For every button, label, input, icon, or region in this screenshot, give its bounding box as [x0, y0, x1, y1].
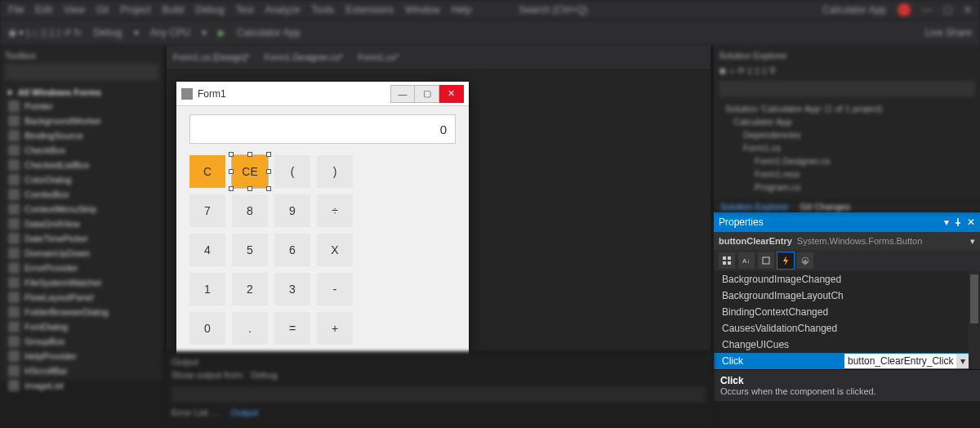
- toolbox-item[interactable]: CheckBox: [5, 143, 158, 158]
- menu-view[interactable]: View: [64, 4, 85, 16]
- form-close-button[interactable]: ✕: [439, 85, 464, 103]
- calc-btn-divide[interactable]: ÷: [317, 194, 353, 227]
- properties-icon[interactable]: [758, 252, 774, 269]
- properties-dropdown-icon[interactable]: ▾: [944, 216, 949, 228]
- calc-btn-minus[interactable]: -: [317, 273, 353, 305]
- calc-display[interactable]: 0: [189, 114, 456, 144]
- start-button[interactable]: Calculator App: [237, 27, 301, 38]
- solution-node[interactable]: Form1.cs: [719, 141, 975, 154]
- tab-output[interactable]: Output: [231, 408, 258, 417]
- close-icon[interactable]: ✕: [967, 216, 975, 228]
- calc-btn-1[interactable]: 1: [189, 273, 225, 305]
- menu-tools[interactable]: Tools: [311, 4, 334, 16]
- calc-btn-9[interactable]: 9: [274, 194, 310, 227]
- menu-help[interactable]: Help: [452, 4, 472, 16]
- toolbox-item[interactable]: FontDialog: [5, 319, 158, 334]
- config-dropdown[interactable]: Debug: [93, 27, 122, 38]
- toolbox-item[interactable]: Pointer: [5, 99, 158, 114]
- calc-btn-0[interactable]: 0: [189, 312, 225, 345]
- categorized-icon[interactable]: [719, 252, 735, 269]
- toolbox-item[interactable]: HScrollBar: [5, 363, 158, 378]
- menu-git[interactable]: Git: [96, 4, 109, 16]
- calc-btn-clear[interactable]: C: [189, 155, 225, 188]
- toolbox-item[interactable]: ComboBox: [5, 187, 158, 202]
- toolbox-item[interactable]: HelpProvider: [5, 349, 158, 363]
- form-minimize-button[interactable]: —: [390, 85, 415, 103]
- output-source-dropdown[interactable]: Debug: [251, 370, 277, 380]
- menu-analyze[interactable]: Analyze: [265, 4, 301, 16]
- toolbox-item[interactable]: DomainUpDown: [5, 246, 158, 261]
- calc-btn-equals[interactable]: =: [274, 312, 310, 345]
- window-close-icon[interactable]: ✕: [964, 4, 972, 16]
- toolbox-item[interactable]: CheckedListBox: [5, 158, 158, 172]
- calc-btn-7[interactable]: 7: [189, 194, 225, 227]
- menu-file[interactable]: File: [8, 4, 24, 16]
- property-pages-icon[interactable]: [797, 252, 813, 269]
- scrollbar[interactable]: [969, 271, 980, 369]
- calc-btn-6[interactable]: 6: [274, 234, 310, 266]
- calc-btn-5[interactable]: 5: [232, 234, 268, 266]
- calc-btn-4[interactable]: 4: [189, 234, 225, 266]
- subtab-solution-explorer[interactable]: Solution Explorer: [720, 202, 789, 212]
- calc-btn-plus[interactable]: +: [317, 312, 353, 345]
- menu-project[interactable]: Project: [120, 4, 150, 16]
- chevron-down-icon[interactable]: ▾: [956, 354, 969, 368]
- toolbox-item[interactable]: ColorDialog: [5, 172, 158, 187]
- event-row-selected[interactable]: Click button_ClearEntry_Click ▾: [714, 353, 980, 369]
- form-maximize-button[interactable]: ▢: [415, 85, 439, 103]
- solution-project[interactable]: Calculator App: [719, 115, 975, 128]
- properties-event-list[interactable]: BackgroundImageChanged BackgroundImageLa…: [714, 271, 980, 369]
- solution-root[interactable]: Solution 'Calculator App' (1 of 1 projec…: [719, 102, 975, 115]
- toolbox-item[interactable]: BackgroundWorker: [5, 114, 158, 128]
- menu-edit[interactable]: Edit: [35, 4, 52, 16]
- solution-node[interactable]: Program.cs: [719, 181, 975, 194]
- window-restore-icon[interactable]: ▢: [943, 4, 952, 16]
- calc-btn-lparen[interactable]: (: [274, 155, 310, 188]
- designer-surface[interactable]: Form1 — ▢ ✕ 0 C CE: [167, 69, 710, 381]
- calc-btn-rparen[interactable]: ): [317, 155, 353, 188]
- notifications-icon[interactable]: [898, 3, 911, 16]
- form-window[interactable]: Form1 — ▢ ✕ 0 C CE: [176, 82, 469, 359]
- menu-debug[interactable]: Debug: [195, 4, 224, 16]
- tab-form-cs[interactable]: Form1.cs*: [358, 52, 399, 62]
- menu-window[interactable]: Window: [405, 4, 440, 16]
- calc-btn-2[interactable]: 2: [232, 273, 268, 305]
- live-share-button[interactable]: Live Share: [925, 27, 972, 38]
- solution-node[interactable]: Form1.resx: [719, 167, 975, 181]
- platform-dropdown[interactable]: Any CPU: [150, 27, 190, 38]
- toolbox-search[interactable]: [5, 64, 158, 80]
- menu-extensions[interactable]: Extensions: [345, 4, 394, 16]
- tab-form-designer-cs[interactable]: Form1.Designer.cs*: [265, 52, 344, 62]
- toolbox-item[interactable]: DataGridView: [5, 216, 158, 231]
- subtab-git-changes[interactable]: Git Changes: [800, 202, 850, 212]
- solution-node[interactable]: Form1.Designer.cs: [719, 154, 975, 167]
- event-handler-value[interactable]: button_ClearEntry_Click: [844, 354, 956, 368]
- properties-object-selector[interactable]: buttonClearEntry System.Windows.Forms.Bu…: [714, 232, 980, 250]
- toolbox-item[interactable]: FlowLayoutPanel: [5, 290, 158, 305]
- toolbox-item[interactable]: FileSystemWatcher: [5, 275, 158, 290]
- calc-btn-8[interactable]: 8: [232, 194, 268, 227]
- solution-node[interactable]: Dependencies: [719, 128, 975, 141]
- toolbox-item[interactable]: BindingSource: [5, 128, 158, 143]
- toolbox-group[interactable]: ▸All Windows Forms: [5, 85, 158, 99]
- toolbox-item[interactable]: ErrorProvider: [5, 261, 158, 275]
- toolbox-item[interactable]: DateTimePicker: [5, 231, 158, 246]
- pin-icon[interactable]: [954, 218, 962, 226]
- calc-btn-multiply[interactable]: X: [317, 234, 353, 266]
- events-icon[interactable]: [777, 252, 794, 269]
- toolbox-item[interactable]: ContextMenuStrip: [5, 202, 158, 216]
- calc-btn-dot[interactable]: .: [232, 312, 268, 345]
- tab-error-list[interactable]: Error List …: [172, 408, 220, 417]
- window-minimize-icon[interactable]: —: [922, 4, 932, 16]
- calc-btn-3[interactable]: 3: [274, 273, 310, 305]
- solution-search[interactable]: [719, 81, 975, 97]
- menu-test[interactable]: Test: [236, 4, 254, 16]
- global-search[interactable]: Search (Ctrl+Q): [519, 4, 587, 16]
- alphabetical-icon[interactable]: A↓: [738, 252, 755, 269]
- menu-build[interactable]: Build: [163, 4, 185, 16]
- toolbox-item[interactable]: ImageList: [5, 378, 158, 393]
- toolbox-item[interactable]: GroupBox: [5, 334, 158, 349]
- calc-btn-clear-entry[interactable]: CE: [232, 155, 268, 188]
- tab-form-design[interactable]: Form1.cs [Design]*: [173, 52, 250, 62]
- toolbox-item[interactable]: FolderBrowserDialog: [5, 305, 158, 319]
